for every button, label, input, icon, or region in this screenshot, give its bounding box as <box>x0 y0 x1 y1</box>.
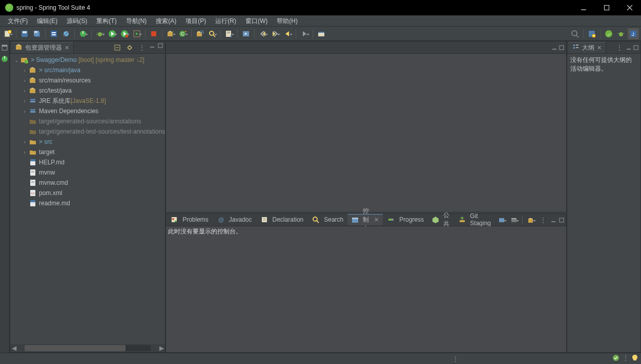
bottom-tab-problems[interactable]: Problems <box>166 214 213 225</box>
tree-row[interactable]: ›src/main/resources <box>10 75 165 85</box>
menu-edit[interactable]: 编辑(E) <box>32 15 62 27</box>
minimize-view-button[interactable] <box>149 42 156 49</box>
close-icon[interactable]: ✕ <box>597 45 602 51</box>
minimize-editor-button[interactable] <box>551 44 558 51</box>
search-button[interactable] <box>206 28 218 39</box>
tree-row[interactable]: target/generated-sources/annotations <box>10 116 165 126</box>
tree-row[interactable]: mvnw <box>10 167 165 178</box>
open-type-button[interactable] <box>194 28 205 39</box>
menu-help[interactable]: 帮助(H) <box>272 15 302 27</box>
svg-rect-50 <box>318 32 324 36</box>
updates-icon[interactable] <box>612 354 619 363</box>
boot-dashboard-button[interactable] <box>77 28 89 39</box>
coverage-button[interactable] <box>119 28 130 39</box>
console-new-button[interactable] <box>525 215 536 226</box>
tree-row[interactable]: ›src/test/java <box>10 85 165 96</box>
outline-icon <box>572 44 580 52</box>
menu-window[interactable]: 窗口(W) <box>241 15 272 27</box>
package-explorer-tree[interactable]: ⌄> SwaggerDemo [boot] [spring master ↓2]… <box>10 54 165 344</box>
menu-source[interactable]: 源码(S) <box>62 15 92 27</box>
tree-row[interactable]: readme.md <box>10 198 165 208</box>
toggle-breadcrumb-button[interactable] <box>48 28 59 39</box>
forward-button[interactable] <box>270 28 281 39</box>
tip-icon[interactable] <box>632 354 638 363</box>
skip-breakpoints-button[interactable] <box>60 28 72 39</box>
tree-row[interactable]: ›JRE 系统库 [JavaSE-1.8] <box>10 96 165 106</box>
back-button[interactable] <box>257 28 268 39</box>
bottom-tab-declaration[interactable]: Declaration <box>256 214 308 225</box>
tree-row[interactable]: ›target <box>10 147 165 157</box>
horizontal-scrollbar[interactable]: ◀ ▶ <box>10 344 165 352</box>
new-button[interactable] <box>2 28 13 39</box>
view-menu-button[interactable]: ⋮ <box>136 42 148 53</box>
maximize-bottom-button[interactable] <box>558 217 565 224</box>
bottom-tab-公共[interactable]: 公共 <box>428 214 454 225</box>
tree-row[interactable]: ›> src/main/java <box>10 65 165 75</box>
package-explorer-tab[interactable]: 包资源管理器 ✕ <box>11 42 74 53</box>
run-last-button[interactable] <box>131 28 142 39</box>
tree-row[interactable]: ›Maven Dependencies <box>10 106 165 116</box>
tree-row[interactable]: mvnw.cmd <box>10 178 165 188</box>
menu-project[interactable]: 项目(P) <box>181 15 211 27</box>
bottom-tab-progress[interactable]: Progress <box>383 214 428 225</box>
stop-button[interactable] <box>148 28 159 39</box>
menu-file[interactable]: 文件(F) <box>3 15 32 27</box>
vfolder-icon <box>29 117 37 125</box>
console-message: 此时没有要显示的控制台。 <box>168 228 242 235</box>
bottom-tab-git-staging[interactable]: Git Staging <box>454 214 496 225</box>
tree-row[interactable]: <>pom.xml <box>10 188 165 198</box>
maximize-view-button[interactable] <box>157 42 164 49</box>
link-editor-button[interactable] <box>124 42 135 53</box>
new-class-button[interactable]: C+ <box>177 28 189 39</box>
save-button[interactable] <box>19 28 30 39</box>
maximize-editor-button[interactable] <box>558 44 565 51</box>
quick-access-button[interactable] <box>569 28 581 39</box>
perspective-java[interactable]: J <box>628 28 639 39</box>
close-icon[interactable]: ✕ <box>374 217 379 223</box>
scroll-right-icon[interactable]: ▶ <box>158 345 165 352</box>
boot-view-icon[interactable] <box>0 54 9 63</box>
restore-view-button[interactable] <box>0 43 9 52</box>
scroll-left-icon[interactable]: ◀ <box>10 345 17 352</box>
tree-row[interactable]: ›> src <box>10 137 165 147</box>
minimize-bottom-button[interactable] <box>550 217 557 224</box>
console-open-button[interactable] <box>508 215 520 226</box>
bottom-tab-javadoc[interactable]: @Javadoc <box>213 214 256 225</box>
menu-navigate[interactable]: 导航(N) <box>121 15 152 27</box>
nav-back-button[interactable] <box>282 28 293 39</box>
save-all-button[interactable] <box>31 28 43 39</box>
window-maximize-button[interactable] <box>595 0 618 15</box>
menu-refactor[interactable]: 重构(T) <box>92 15 121 27</box>
menu-run[interactable]: 运行(R) <box>211 15 241 27</box>
status-menu-icon[interactable]: ⋮ <box>452 355 459 362</box>
package-explorer-header: 包资源管理器 ✕ ⋮ <box>10 41 165 54</box>
open-task-button[interactable] <box>223 28 235 39</box>
bottom-view-menu-button[interactable]: ⋮ <box>537 215 549 226</box>
window-minimize-button[interactable] <box>572 0 595 15</box>
window-close-button[interactable] <box>618 0 641 15</box>
open-perspective-button[interactable] <box>586 28 597 39</box>
tree-row[interactable]: target/generated-test-sources/test-annot… <box>10 126 165 137</box>
folder-icon <box>29 148 37 156</box>
bottom-tab-控制台[interactable]: 控制台✕ <box>347 214 383 225</box>
run-button[interactable] <box>107 28 118 39</box>
relaunch-button[interactable] <box>240 28 252 39</box>
status-menu-icon-2[interactable]: ⋮ <box>623 354 629 363</box>
bottom-tab-search[interactable]: Search <box>307 214 347 225</box>
perspective-spring[interactable] <box>603 28 614 39</box>
pin-editor-button[interactable] <box>316 28 327 39</box>
tree-row[interactable]: ⌄> SwaggerDemo [boot] [spring master ↓2] <box>10 55 165 65</box>
perspective-debug[interactable] <box>615 28 627 39</box>
maximize-outline-button[interactable] <box>632 44 639 51</box>
tree-row[interactable]: HELP.md <box>10 157 165 167</box>
debug-button[interactable] <box>94 28 106 39</box>
outline-view-menu-button[interactable]: ⋮ <box>614 42 625 53</box>
outline-tab[interactable]: 大纲 ✕ <box>568 42 606 53</box>
nav-forward-button[interactable] <box>299 28 310 39</box>
collapse-all-button[interactable] <box>112 42 123 53</box>
new-package-button[interactable]: + <box>165 28 176 39</box>
console-display-button[interactable] <box>496 215 507 226</box>
menu-search[interactable]: 搜索(A) <box>151 15 181 27</box>
minimize-outline-button[interactable] <box>625 44 632 51</box>
close-icon[interactable]: ✕ <box>65 45 69 51</box>
